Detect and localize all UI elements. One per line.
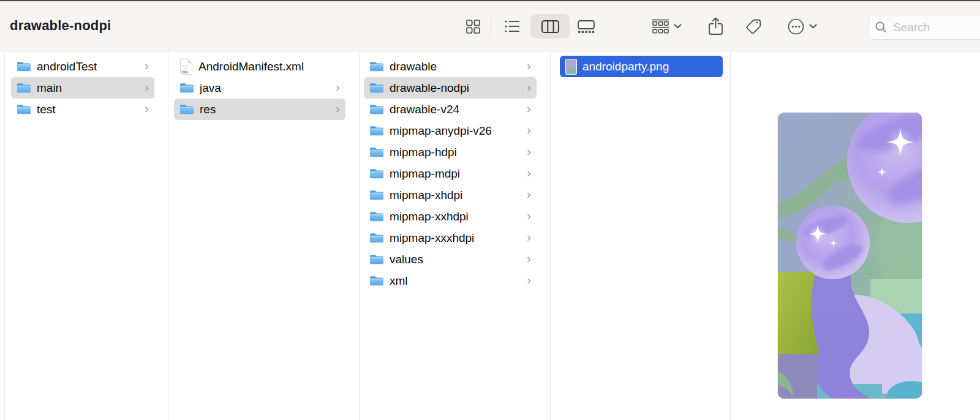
chevron-right-icon: › xyxy=(145,99,149,119)
group-icon xyxy=(652,19,669,34)
file-label: androidTest xyxy=(37,60,97,73)
file-row-mipmap-xxxhdpi[interactable]: mipmap-xxxhdpi › xyxy=(364,227,537,249)
file-row-res[interactable]: res › xyxy=(174,99,345,120)
file-row-values[interactable]: values › xyxy=(364,249,537,270)
file-row-mipmap-mdpi[interactable]: mipmap-mdpi › xyxy=(364,163,537,184)
column-separator[interactable] xyxy=(168,51,168,420)
chevron-right-icon: › xyxy=(527,228,531,248)
file-row-xml[interactable]: xml › xyxy=(364,270,537,291)
folder-icon xyxy=(369,211,384,222)
column-4: androidparty.png xyxy=(560,56,723,77)
chevron-right-icon: › xyxy=(336,78,340,98)
ellipsis-circle-icon xyxy=(788,18,804,35)
folder-icon xyxy=(369,103,384,115)
column-separator[interactable] xyxy=(730,51,731,420)
gallery-view-icon xyxy=(578,20,595,33)
folder-icon xyxy=(369,146,384,158)
group-by-button[interactable] xyxy=(644,14,690,39)
folder-icon xyxy=(17,82,31,94)
column-separator[interactable] xyxy=(550,51,551,420)
file-row-mipmap-anydpi-v26[interactable]: mipmap-anydpi-v26 › xyxy=(364,120,537,141)
file-label: java xyxy=(200,81,221,95)
file-label: mipmap-xxxhdpi xyxy=(390,231,474,245)
file-row-drawable[interactable]: drawable › xyxy=(364,56,537,77)
chevron-right-icon: › xyxy=(527,271,531,291)
file-label: drawable-nodpi xyxy=(390,81,469,95)
column-view-icon xyxy=(541,20,559,33)
chevron-right-icon: › xyxy=(527,99,531,119)
list-view-icon xyxy=(505,20,520,33)
file-row-test[interactable]: test › xyxy=(11,99,154,120)
file-row-drawable-v24[interactable]: drawable-v24 › xyxy=(364,99,537,120)
column-view-button[interactable] xyxy=(530,14,570,39)
column-2: AndroidManifest.xml java › res › xyxy=(174,56,345,120)
file-label: xml xyxy=(390,274,408,288)
list-view-button[interactable] xyxy=(498,14,526,39)
file-label: mipmap-xxhdpi xyxy=(390,210,469,223)
chevron-right-icon: › xyxy=(527,56,531,77)
preview-image xyxy=(778,113,922,399)
grid-view-icon xyxy=(466,20,480,34)
file-row-main[interactable]: main › xyxy=(11,77,154,99)
finder-window: { "window": { "title": "drawable-nodpi" … xyxy=(0,0,980,420)
file-row-mipmap-hdpi[interactable]: mipmap-hdpi › xyxy=(364,141,537,163)
chevron-right-icon: › xyxy=(527,78,531,98)
folder-icon xyxy=(369,61,384,72)
folder-icon xyxy=(369,168,384,179)
file-row-androidTest[interactable]: androidTest › xyxy=(11,56,154,77)
chevron-down-icon xyxy=(674,24,682,29)
file-label: values xyxy=(390,253,423,266)
search-icon xyxy=(875,21,887,33)
toolbar-divider xyxy=(491,18,491,35)
column-1: androidTest › main › test › xyxy=(11,56,154,120)
chevron-right-icon: › xyxy=(527,206,531,227)
folder-icon xyxy=(369,275,384,287)
folder-icon xyxy=(17,103,31,115)
tag-icon xyxy=(746,18,762,34)
folder-icon xyxy=(369,125,384,137)
file-label: main xyxy=(37,81,62,95)
tag-button[interactable] xyxy=(738,14,770,39)
search-input[interactable] xyxy=(892,20,968,35)
file-row-AndroidManifest[interactable]: AndroidManifest.xml xyxy=(174,56,345,77)
folder-icon xyxy=(369,189,384,201)
chevron-right-icon: › xyxy=(527,121,531,141)
file-label: AndroidManifest.xml xyxy=(198,60,304,73)
toolbar: drawable-nodpi xyxy=(0,1,980,51)
file-row-drawable-nodpi[interactable]: drawable-nodpi › xyxy=(364,77,537,99)
chevron-right-icon: › xyxy=(527,142,531,162)
share-icon xyxy=(708,17,723,36)
chevron-down-icon xyxy=(809,24,817,29)
file-row-mipmap-xxhdpi[interactable]: mipmap-xxhdpi › xyxy=(364,206,537,227)
folder-icon xyxy=(369,253,384,265)
chevron-right-icon: › xyxy=(336,99,340,119)
file-browser: androidTest › main › test › AndroidManif… xyxy=(0,51,980,420)
file-row-mipmap-xhdpi[interactable]: mipmap-xhdpi › xyxy=(364,184,537,206)
search-field[interactable] xyxy=(868,15,980,40)
share-button[interactable] xyxy=(702,14,729,39)
xml-file-icon xyxy=(179,58,193,75)
file-row-androidparty[interactable]: androidparty.png xyxy=(560,56,723,77)
window-title: drawable-nodpi xyxy=(10,18,111,34)
chevron-right-icon: › xyxy=(145,78,149,98)
file-label: drawable xyxy=(390,60,437,73)
file-label: drawable-v24 xyxy=(390,103,459,116)
file-label: mipmap-anydpi-v26 xyxy=(390,124,492,138)
file-label: androidparty.png xyxy=(582,60,669,73)
window-left-edge xyxy=(4,51,5,420)
image-thumbnail-icon xyxy=(565,59,577,75)
column-3: drawable › drawable-nodpi › drawable-v24… xyxy=(364,56,537,291)
folder-icon xyxy=(17,61,31,72)
file-row-java[interactable]: java › xyxy=(174,77,345,99)
folder-icon xyxy=(179,82,194,94)
chevron-right-icon: › xyxy=(527,249,531,269)
gallery-view-button[interactable] xyxy=(571,14,601,39)
folder-icon xyxy=(179,103,194,115)
folder-icon xyxy=(369,82,384,94)
file-label: mipmap-mdpi xyxy=(390,167,460,181)
chevron-right-icon: › xyxy=(527,185,531,205)
file-label: mipmap-hdpi xyxy=(390,146,457,159)
column-separator[interactable] xyxy=(359,51,360,420)
icon-view-button[interactable] xyxy=(459,14,486,39)
more-options-button[interactable] xyxy=(780,14,824,39)
